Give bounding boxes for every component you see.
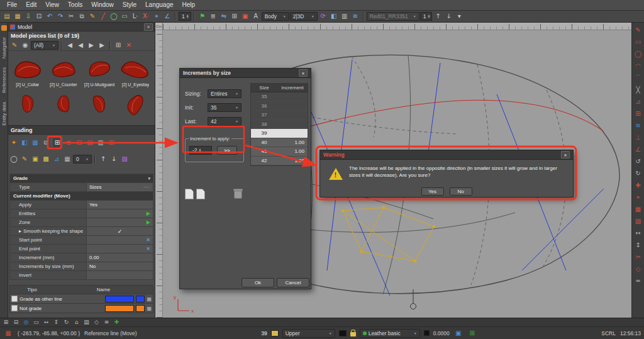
view-mode-select[interactable]: 2|3D — [290, 12, 318, 21]
checkbox[interactable] — [11, 305, 18, 311]
apply-increment-button[interactable]: >> — [217, 146, 237, 155]
copy-table-icon[interactable] — [185, 189, 194, 199]
legend-grid-icon[interactable] — [147, 296, 152, 302]
redo-icon[interactable]: ↷ — [55, 11, 65, 21]
zone-circle-icon[interactable]: ◯ — [9, 154, 19, 164]
move-up-icon[interactable]: ↑ — [98, 154, 108, 164]
home-view-icon[interactable]: ⌂ — [72, 319, 80, 326]
size-row[interactable]: 36 — [251, 102, 308, 111]
draw-triangle-icon[interactable]: ⊿ — [633, 97, 643, 107]
close-icon[interactable] — [144, 23, 153, 31]
move-h-icon[interactable]: ↔ — [42, 319, 50, 326]
prop-value[interactable]: 0.00 — [87, 253, 153, 262]
prop-row-increments-by-size[interactable]: Increments by size (mm) No — [10, 262, 153, 271]
increment-cell[interactable]: 1.00 — [277, 140, 308, 145]
grade-table-icon[interactable]: ▦ — [30, 138, 40, 148]
close-icon[interactable] — [299, 69, 308, 77]
list-icon[interactable]: ≡ — [103, 319, 111, 326]
chevron-down-icon[interactable] — [148, 175, 153, 181]
size-row[interactable]: 40 1.00 — [251, 138, 308, 148]
zone-angle-icon[interactable]: ⊿ — [52, 154, 62, 164]
grading-level-select[interactable]: 0 — [73, 155, 92, 164]
size-grid-icon[interactable]: ▥ — [96, 138, 106, 148]
size-row[interactable]: 39 — [251, 129, 308, 138]
arrow-up-icon[interactable]: ↑ — [433, 11, 443, 21]
plus-icon[interactable]: ✚ — [633, 181, 643, 191]
half-icon[interactable]: ◧ — [329, 11, 339, 21]
rotate-icon[interactable]: ⟳ — [318, 11, 328, 21]
prop-value[interactable]: No — [87, 262, 153, 270]
model-piece[interactable] — [9, 89, 45, 125]
size-plus-icon[interactable]: ⊞ — [106, 138, 116, 148]
zoom-out-icon[interactable]: ⊟ — [12, 319, 20, 326]
init-select[interactable]: 35 — [208, 103, 242, 112]
next-piece-icon[interactable]: ▶ — [86, 40, 96, 50]
color-swatch-small[interactable] — [136, 296, 145, 303]
grid-toggle-icon[interactable] — [453, 328, 464, 338]
zoom-in-icon[interactable]: ⊞ — [2, 319, 10, 326]
move-down-icon[interactable]: ↓ — [109, 154, 119, 164]
line-color-chip[interactable] — [339, 330, 347, 336]
rect-icon[interactable]: ▭ — [119, 11, 130, 21]
grade-chart-icon[interactable]: ◧ — [19, 138, 30, 148]
grade-star-icon[interactable]: ✦ — [9, 138, 19, 148]
side-tab[interactable]: Entity data — [0, 97, 8, 130]
line-style-icon[interactable]: L· — [130, 11, 140, 21]
increment-cell[interactable]: 1.00 — [277, 148, 308, 154]
spinner-arrows-icon[interactable] — [199, 148, 202, 152]
model-piece[interactable]: [2] U_Collar — [9, 52, 45, 89]
angle-icon[interactable]: ∠ — [162, 11, 172, 21]
menu-item[interactable]: Window — [87, 0, 118, 10]
select-all-pieces-icon[interactable]: ⊞ — [113, 40, 123, 50]
last-select[interactable]: 42 — [208, 117, 242, 126]
print-icon[interactable]: ⊡ — [34, 11, 44, 21]
stretch-v-icon[interactable]: ↕ — [633, 240, 643, 250]
menu-item[interactable]: Edit — [21, 0, 41, 10]
model-piece[interactable] — [82, 89, 118, 125]
material-select[interactable]: Leather basic — [360, 329, 420, 338]
side-tab[interactable]: Navigator — [0, 33, 8, 63]
props-group-grade[interactable]: Grade — [10, 174, 153, 183]
stretch-h-icon[interactable]: ↔ — [633, 228, 643, 238]
remove-piece-icon[interactable]: ✕ — [124, 40, 134, 50]
prop-row-zone[interactable]: Zone — [10, 218, 153, 227]
legend-grid-icon[interactable] — [147, 306, 152, 311]
line-icon[interactable]: ╱ — [98, 11, 108, 21]
save-icon[interactable]: ▦ — [13, 11, 23, 21]
rotate-ccw-icon[interactable]: ↺ — [633, 157, 643, 167]
menu-item[interactable]: File — [3, 0, 21, 10]
draw-curve-icon[interactable]: ⌒ — [633, 73, 643, 83]
circle-icon[interactable]: ◯ — [109, 11, 119, 21]
color-swatch[interactable] — [105, 296, 134, 303]
draw-angle-icon[interactable]: ∠ — [633, 145, 643, 155]
arrow-down-icon[interactable]: ↓ — [443, 11, 453, 21]
mesh-icon[interactable]: ▦ — [633, 204, 643, 214]
spinner-arrows-icon[interactable] — [186, 14, 189, 18]
yes-button[interactable]: Yes — [421, 187, 444, 196]
no-button[interactable]: No — [450, 187, 472, 196]
side-tab[interactable]: References — [0, 63, 8, 97]
cancel-button[interactable]: Cancel — [277, 278, 309, 287]
move-v-icon[interactable]: ↕ — [52, 319, 60, 326]
menu-item[interactable]: Help — [178, 0, 200, 10]
sizing-select[interactable]: Entires — [208, 89, 242, 98]
prop-row-end-point[interactable]: End point — [10, 245, 153, 253]
draw-grid-icon[interactable]: ⊞ — [633, 109, 643, 119]
zoom-fit-icon[interactable]: ◎ — [22, 319, 30, 326]
flag-icon[interactable]: ⚑ — [197, 11, 208, 21]
size-row[interactable]: 38 — [251, 120, 308, 130]
props-group-modifier[interactable]: Current modifier (Move) — [10, 192, 153, 201]
text-icon[interactable]: A — [251, 11, 261, 21]
size-table-icon[interactable]: ▤ — [85, 138, 95, 148]
undo-icon[interactable]: ↶ — [45, 11, 55, 21]
prop-row-apply[interactable]: Apply Yes — [10, 201, 153, 209]
clear-point-icon[interactable] — [146, 246, 150, 252]
model-piece[interactable] — [118, 89, 153, 125]
open-icon[interactable]: ▤ — [2, 11, 12, 21]
menu-item[interactable]: Style — [118, 0, 141, 10]
draw-perp-icon[interactable]: ⊥ — [633, 133, 643, 143]
paste-table-icon[interactable] — [196, 189, 205, 199]
prop-row-increment[interactable]: Increment (mm) 0.00 — [10, 253, 153, 262]
prop-value[interactable] — [87, 245, 153, 253]
panel-titlebar[interactable]: Model — [8, 23, 155, 31]
